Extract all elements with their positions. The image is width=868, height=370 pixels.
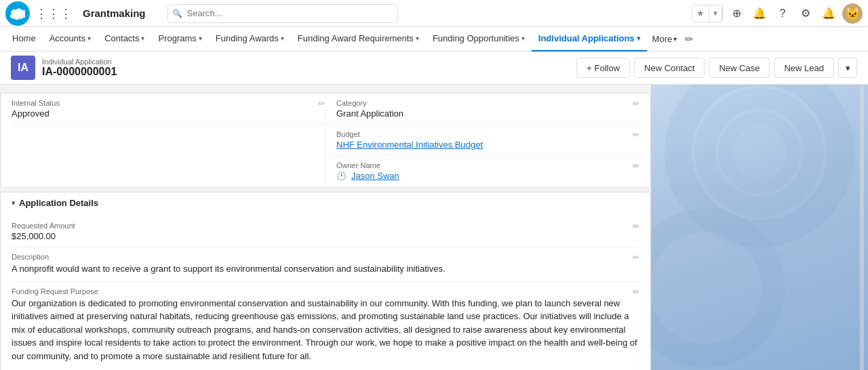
nav-edit-icon[interactable]: ✏ [682, 33, 696, 45]
programs-dropdown-arrow: ▾ [199, 35, 202, 42]
more-dropdown-arrow: ▾ [673, 35, 677, 43]
record-id: IA-0000000001 [42, 66, 117, 78]
ia-dropdown-arrow: ▾ [637, 35, 640, 42]
nav-programs[interactable]: Programs ▾ [151, 27, 208, 52]
record-type-icon: IA [11, 56, 35, 80]
application-details-fields: Requested Amount $25,000.00 ✏ Descriptio… [0, 213, 651, 370]
requested-amount-label: Requested Amount [12, 222, 639, 230]
requested-amount-edit-icon[interactable]: ✏ [633, 222, 639, 231]
internal-status-field: Internal Status Approved ✏ [12, 94, 326, 125]
owner-name-value[interactable]: Jason Swan [351, 171, 399, 181]
category-label: Category [336, 99, 634, 107]
accounts-dropdown-arrow: ▾ [87, 35, 91, 42]
description-value: A nonprofit would want to receive a gran… [12, 262, 639, 276]
record-header-left: IA Individual Application IA-0000000001 [11, 56, 117, 80]
empty-left-field-2 [12, 156, 326, 186]
category-value: Grant Application [336, 108, 634, 119]
internal-status-value: Approved [12, 108, 319, 119]
bell-icon[interactable]: 🔔 [750, 4, 769, 23]
far-dropdown-arrow: ▾ [416, 35, 419, 42]
nav-funding-opportunities[interactable]: Funding Opportunities ▾ [426, 27, 532, 52]
right-panel-decoration [651, 85, 868, 370]
owner-avatar-icon: 🕐 [336, 171, 347, 181]
record-header: IA Individual Application IA-0000000001 … [0, 52, 868, 85]
main-area: Internal Status Approved ✏ Category Gran… [0, 85, 868, 370]
app-grid-icon[interactable]: ⋮⋮⋮ [35, 6, 72, 21]
record-title-group: Individual Application IA-0000000001 [42, 58, 117, 78]
nav-contacts[interactable]: Contacts ▾ [98, 27, 151, 52]
search-input[interactable] [167, 4, 398, 23]
svg-point-3 [651, 220, 773, 356]
salesforce-logo[interactable] [5, 1, 30, 26]
empty-left-field [12, 125, 326, 156]
nav-individual-applications[interactable]: Individual Applications ▾ [532, 27, 647, 52]
section-label: Application Details [19, 198, 98, 208]
left-panel: Internal Status Approved ✏ Category Gran… [0, 85, 651, 370]
owner-edit-icon[interactable]: ✏ [633, 161, 639, 171]
nav-funding-awards[interactable]: Funding Awards ▾ [209, 27, 291, 52]
new-contact-button[interactable]: New Contact [634, 58, 705, 78]
nav-funding-award-requirements[interactable]: Funding Award Requirements ▾ [291, 27, 426, 52]
record-type-label: Individual Application [42, 58, 117, 66]
budget-edit-icon[interactable]: ✏ [633, 130, 639, 140]
top-bar-actions: ★ ▼ ⊕ 🔔 ? ⚙ 🔔 🐱 [692, 3, 863, 24]
description-edit-icon[interactable]: ✏ [633, 253, 639, 262]
add-icon[interactable]: ⊕ [727, 4, 746, 23]
funding-request-label: Funding Request Purpose [12, 287, 639, 295]
right-panel-scrollbar [860, 85, 864, 370]
top-bar: ⋮⋮⋮ Grantmaking 🔍 ★ ▼ ⊕ 🔔 ? ⚙ 🔔 🐱 [0, 0, 868, 27]
notifications-icon[interactable]: 🔔 [819, 4, 838, 23]
new-case-button[interactable]: New Case [709, 58, 770, 78]
budget-label: Budget [336, 130, 634, 138]
funding-request-field: Funding Request Purpose Our organization… [12, 282, 639, 369]
budget-field: Budget NHF Environmental Initiatives Bud… [326, 125, 639, 156]
nav-bar: Home Accounts ▾ Contacts ▾ Programs ▾ Fu… [0, 27, 868, 52]
nav-accounts[interactable]: Accounts ▾ [43, 27, 98, 52]
dropdown-chevron-icon: ▾ [846, 63, 850, 73]
help-icon[interactable]: ? [773, 4, 792, 23]
nav-home[interactable]: Home [5, 27, 43, 52]
app-name: Grantmaking [83, 7, 146, 19]
category-edit-icon[interactable]: ✏ [633, 99, 639, 108]
new-lead-button[interactable]: New Lead [774, 58, 834, 78]
funding-request-value: Our organization is dedicated to promoti… [12, 297, 639, 363]
svg-point-2 [726, 119, 793, 186]
search-icon: 🔍 [172, 9, 182, 18]
right-panel [651, 85, 868, 370]
description-field: Description A nonprofit would want to re… [12, 247, 639, 282]
funding-request-edit-icon[interactable]: ✏ [633, 287, 639, 297]
fo-dropdown-arrow: ▾ [521, 35, 525, 42]
record-header-actions: + Follow New Contact New Case New Lead ▾ [576, 58, 857, 78]
nav-more[interactable]: More ▾ [647, 34, 683, 44]
actions-dropdown-button[interactable]: ▾ [838, 58, 857, 78]
contacts-dropdown-arrow: ▾ [141, 35, 144, 42]
budget-value[interactable]: NHF Environmental Initiatives Budget [336, 140, 634, 150]
follow-button[interactable]: + Follow [576, 58, 630, 78]
category-field: Category Grant Application ✏ [326, 94, 639, 125]
description-label: Description [12, 253, 639, 261]
search-bar: 🔍 [167, 4, 398, 23]
user-avatar[interactable]: 🐱 [842, 3, 863, 24]
favorites-button[interactable]: ★ ▼ [692, 5, 723, 22]
section-collapse-icon[interactable]: ▾ [12, 199, 15, 207]
internal-status-label: Internal Status [12, 99, 319, 107]
application-details-section-header: ▾ Application Details [0, 192, 651, 213]
settings-icon[interactable]: ⚙ [796, 4, 815, 23]
requested-amount-field: Requested Amount $25,000.00 ✏ [12, 216, 639, 247]
requested-amount-value: $25,000.00 [12, 231, 639, 241]
owner-name-label: Owner Name [336, 161, 634, 169]
internal-status-edit-icon[interactable]: ✏ [318, 99, 325, 108]
owner-name-field: Owner Name 🕐 Jason Swan ✏ [326, 156, 639, 186]
funding-awards-dropdown-arrow: ▾ [281, 35, 284, 42]
nav-items: Home Accounts ▾ Contacts ▾ Programs ▾ Fu… [5, 27, 863, 52]
